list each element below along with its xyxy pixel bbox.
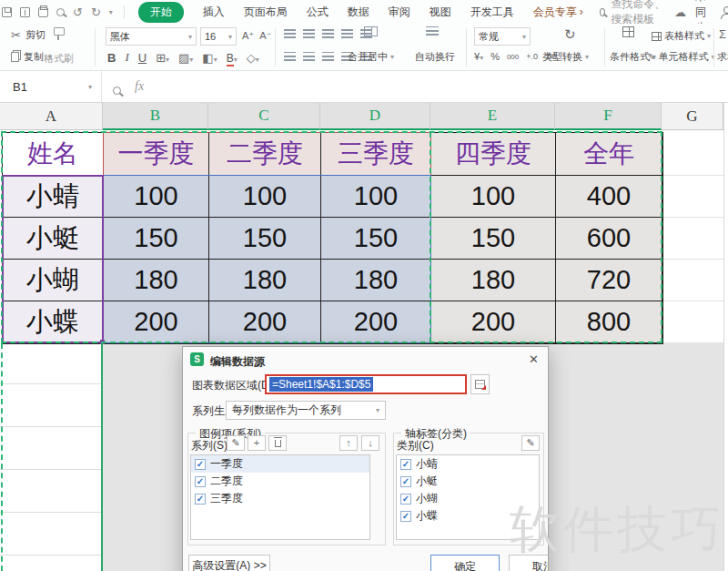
empty-cell[interactable]: [0, 471, 103, 513]
tab-page-layout[interactable]: 页面布局: [244, 5, 288, 20]
delete-series-button[interactable]: [268, 435, 287, 451]
tab-insert[interactable]: 插入: [203, 5, 225, 20]
column-header-e[interactable]: E: [430, 103, 555, 130]
category-item[interactable]: ✓ 小蜓: [397, 473, 539, 490]
decrease-font-button[interactable]: A⁻: [259, 30, 271, 42]
ok-button[interactable]: 确定: [430, 555, 500, 571]
cell-f5[interactable]: 800: [556, 301, 662, 343]
cell-d3[interactable]: 150: [321, 218, 431, 260]
column-header-a[interactable]: A: [0, 103, 103, 130]
cell-d1[interactable]: 三季度: [321, 133, 431, 176]
cell-a2[interactable]: 小蜻: [3, 176, 104, 218]
sum-icon-wrap[interactable]: Σ: [719, 27, 726, 41]
align-bottom-icon[interactable]: [322, 29, 334, 38]
zoom-formula-icon[interactable]: [113, 87, 121, 95]
move-up-button[interactable]: ↑: [339, 435, 358, 451]
cell-f2[interactable]: 400: [556, 176, 662, 218]
cell-b3[interactable]: 150: [104, 218, 209, 260]
italic-button[interactable]: I: [125, 50, 128, 65]
series-listbox[interactable]: ✓ 一季度 ✓ 二季度 ✓ 三季度: [190, 454, 370, 540]
merge-center-icon-wrap[interactable]: [364, 26, 378, 36]
increase-decimal-button[interactable]: +.0: [526, 52, 538, 61]
move-down-button[interactable]: ↓: [361, 435, 379, 451]
edit-series-button[interactable]: ✎: [227, 435, 245, 451]
checkbox-checked-icon[interactable]: ✓: [400, 494, 411, 505]
type-convert-icon-wrap[interactable]: ↻: [564, 26, 576, 43]
advanced-settings-button[interactable]: 高级设置(A) >>: [188, 555, 270, 571]
category-item[interactable]: ✓ 小蝶: [397, 507, 539, 525]
category-listbox[interactable]: ✓ 小蜻 ✓ 小蜓 ✓ 小蝴 ✓ 小蝶: [396, 454, 540, 540]
align-top-icon[interactable]: [284, 29, 296, 38]
cell-a4[interactable]: 小蝴: [3, 260, 104, 301]
font-color-button[interactable]: B▾: [227, 51, 238, 65]
cell-b4[interactable]: 180: [104, 260, 209, 301]
cell-a3[interactable]: 小蜓: [3, 218, 104, 260]
tab-member[interactable]: 会员专享 ›: [533, 5, 583, 20]
tab-view[interactable]: 视图: [430, 5, 451, 20]
series-item[interactable]: ✓ 一季度: [191, 455, 369, 473]
font-size-select[interactable]: 16 ▾: [200, 27, 237, 46]
add-series-button[interactable]: +: [248, 435, 266, 451]
align-middle-icon[interactable]: [303, 29, 315, 38]
formula-input[interactable]: [151, 73, 724, 100]
range-picker-button[interactable]: [470, 374, 490, 394]
close-icon[interactable]: ✕: [529, 352, 539, 366]
wrap-text-button[interactable]: 自动换行: [415, 50, 455, 64]
cell-b5[interactable]: 200: [104, 301, 209, 343]
tab-home[interactable]: 开始: [138, 2, 184, 23]
column-header-d[interactable]: D: [320, 103, 430, 130]
column-header-c[interactable]: C: [208, 103, 320, 130]
column-header-b[interactable]: B: [103, 103, 208, 130]
empty-cell[interactable]: [0, 556, 103, 571]
empty-cell[interactable]: [0, 428, 103, 470]
undo-icon[interactable]: ↺: [73, 6, 83, 18]
eraser-button[interactable]: ◇▾: [247, 51, 259, 65]
cell-b1[interactable]: 一季度: [104, 133, 209, 176]
merge-center-button[interactable]: 合并居中 ▾: [348, 50, 394, 64]
account-icon[interactable]: [721, 6, 726, 17]
redo-icon[interactable]: ↻: [91, 6, 101, 18]
category-item[interactable]: ✓ 小蜻: [397, 455, 539, 473]
sum-button[interactable]: 求和: [717, 50, 728, 64]
column-header-f[interactable]: F: [555, 103, 662, 130]
empty-cell[interactable]: [0, 385, 103, 427]
print-preview-icon[interactable]: [56, 8, 65, 16]
column-header-g[interactable]: G: [662, 103, 723, 130]
borders-button[interactable]: ⊞▾: [156, 51, 169, 65]
cell-c3[interactable]: 150: [209, 218, 321, 260]
tab-developer[interactable]: 开发工具: [470, 5, 514, 20]
checkbox-checked-icon[interactable]: ✓: [400, 459, 411, 470]
tab-data[interactable]: 数据: [348, 5, 369, 20]
percent-button[interactable]: %: [490, 51, 500, 62]
cell-d2[interactable]: 100: [321, 176, 431, 218]
wrap-text-icon-wrap[interactable]: [426, 26, 439, 36]
number-format-select[interactable]: 常规 ▾: [474, 27, 531, 46]
thousands-button[interactable]: 000: [507, 53, 519, 61]
series-item[interactable]: ✓ 二季度: [191, 473, 369, 490]
cell-e2[interactable]: 100: [431, 176, 556, 218]
increase-font-button[interactable]: A⁺: [242, 30, 254, 42]
empty-cell[interactable]: [0, 514, 103, 556]
checkbox-checked-icon[interactable]: ✓: [400, 476, 411, 487]
format-painter-icon-wrap[interactable]: [53, 27, 64, 40]
print-icon[interactable]: [38, 7, 48, 17]
tab-review[interactable]: 审阅: [389, 5, 410, 20]
cell-a5[interactable]: 小蝶: [3, 301, 104, 343]
cell-f3[interactable]: 600: [556, 218, 662, 260]
cell-a1[interactable]: 姓名: [3, 133, 104, 176]
name-box[interactable]: B1 ▾: [0, 71, 102, 102]
cell-style-button[interactable]: ✎ 单元格样式 ▾: [648, 50, 714, 64]
data-range-input[interactable]: =Sheet1!$A$1:$D$5: [265, 374, 467, 394]
align-left-icon[interactable]: [284, 52, 296, 61]
checkbox-checked-icon[interactable]: ✓: [195, 494, 206, 505]
quick-access-menu-icon[interactable]: ▾: [109, 8, 113, 16]
cell-f1[interactable]: 全年: [556, 133, 662, 176]
tab-formulas[interactable]: 公式: [307, 5, 329, 20]
type-convert-button[interactable]: 类型转换 ▾: [542, 50, 589, 64]
cell-e3[interactable]: 150: [431, 218, 556, 260]
cell-c4[interactable]: 180: [209, 260, 321, 301]
decrease-indent-icon[interactable]: [341, 29, 353, 38]
empty-cell[interactable]: [0, 342, 103, 384]
series-item[interactable]: ✓ 三季度: [191, 490, 369, 507]
align-center-icon[interactable]: [303, 52, 315, 61]
